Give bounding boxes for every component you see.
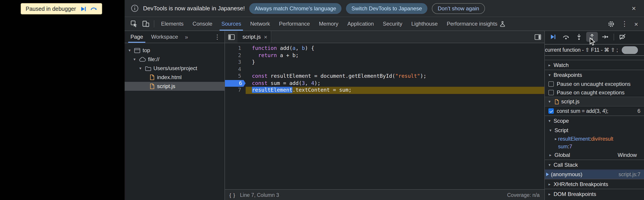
- breakpoint-checkbox[interactable]: [548, 108, 554, 114]
- dont-show-again-button[interactable]: Don’t show again: [432, 3, 485, 14]
- tab-performance[interactable]: Performance: [274, 17, 314, 30]
- tab-application[interactable]: Application: [343, 17, 378, 30]
- active-frame-marker-icon: [546, 172, 549, 176]
- tab-strip-spacer: [272, 31, 532, 43]
- resume-icon: [80, 5, 86, 12]
- tree-item-index-html[interactable]: index.html: [124, 73, 224, 82]
- tree-item-project-folder[interactable]: ▾ Users/user/project: [124, 64, 224, 73]
- step-button[interactable]: [599, 32, 611, 42]
- chevron-down-icon: ▾: [547, 118, 552, 123]
- tab-close-icon[interactable]: ×: [264, 34, 267, 40]
- always-match-language-button[interactable]: Always match Chrome's language: [249, 3, 342, 14]
- frame-name: (anonymous): [551, 171, 582, 177]
- editor-tab-script-js[interactable]: script.js ×: [238, 31, 272, 43]
- file-tree: ▾ top ▾ file:// ▾: [124, 43, 224, 200]
- tab-memory[interactable]: Memory: [314, 17, 343, 30]
- pretty-print-icon[interactable]: { }: [230, 192, 236, 198]
- devtools-menu-icon[interactable]: ⋮: [619, 20, 630, 28]
- tab-elements[interactable]: Elements: [156, 17, 188, 30]
- step-into-button[interactable]: [573, 32, 584, 42]
- step-over-button[interactable]: [560, 32, 572, 42]
- call-stack-frame[interactable]: (anonymous) script.js:7: [544, 170, 644, 179]
- checkbox-label: Pause on uncaught exceptions: [557, 81, 630, 87]
- dom-breakpoints-section-header[interactable]: ▸ DOM Breakpoints: [544, 189, 644, 199]
- pause-caught-checkbox[interactable]: [548, 90, 554, 95]
- tree-item-label: index.html: [157, 74, 182, 80]
- scope-section-header[interactable]: ▾ Scope: [544, 116, 644, 125]
- code-token: const: [252, 73, 268, 79]
- switch-to-japanese-button[interactable]: Switch DevTools to Japanese: [346, 3, 428, 14]
- code-token: resultElement = document.getElementById(: [268, 73, 395, 79]
- tab-sources[interactable]: Sources: [217, 17, 246, 30]
- tab-performance-insights[interactable]: Performance insights: [442, 17, 510, 30]
- tree-item-script-js[interactable]: script.js: [124, 82, 224, 91]
- navigator-tab-workspace[interactable]: Workspace: [147, 31, 182, 43]
- tree-item-top[interactable]: ▾ top: [124, 46, 224, 55]
- resume-script-banner-button[interactable]: [80, 5, 86, 12]
- debug-toolbar-separator: [614, 33, 614, 40]
- breakpoint-code: const sum = add(3, 4);: [557, 108, 608, 114]
- tooltip-text: Step out of current function - ⇧ F11 - ⌘…: [544, 47, 618, 53]
- line-number[interactable]: 7: [225, 87, 246, 94]
- scope-group-label: Script: [554, 127, 568, 133]
- breakpoints-section-header[interactable]: ▾ Breakpoints: [544, 70, 644, 80]
- frame-icon: [134, 47, 140, 53]
- scope-script-group[interactable]: ▾ Script: [544, 125, 644, 135]
- devtools-window: DevTools is now available in Japanese! A…: [124, 0, 644, 200]
- scope-global-group[interactable]: ▸ Global Window: [544, 150, 644, 160]
- cloud-icon: [139, 57, 146, 62]
- line-number[interactable]: 1: [225, 45, 246, 52]
- code-token: a: [292, 45, 296, 51]
- gutter: 1234567: [225, 45, 246, 189]
- notice-close-icon[interactable]: ×: [630, 4, 638, 13]
- line-number[interactable]: 2: [225, 52, 246, 59]
- deactivate-breakpoints-button[interactable]: [616, 32, 628, 42]
- chevron-down-icon: ▾: [132, 57, 137, 62]
- resume-script-button[interactable]: [547, 32, 558, 42]
- code-token: ,: [305, 80, 311, 86]
- call-stack-section-header[interactable]: ▾ Call Stack: [544, 160, 644, 170]
- breakpoint-file-label: script.js: [561, 98, 580, 105]
- navigator-menu-icon[interactable]: ⋮: [210, 31, 224, 43]
- tab-console[interactable]: Console: [188, 17, 217, 30]
- pause-uncaught-checkbox[interactable]: [548, 81, 554, 86]
- tab-lighthouse[interactable]: Lighthouse: [407, 17, 442, 30]
- device-toolbar-icon[interactable]: [140, 17, 152, 30]
- tab-security[interactable]: Security: [378, 17, 407, 30]
- toggle-debugger-sidebar-icon[interactable]: [532, 31, 544, 43]
- code-token: resultElement: [252, 87, 292, 93]
- checkbox-label: Pause on caught exceptions: [557, 89, 625, 95]
- breakpoint-file-group[interactable]: ▾ script.js: [544, 97, 644, 107]
- code-line: [246, 66, 544, 73]
- settings-gear-icon[interactable]: [605, 20, 617, 27]
- inspect-icon[interactable]: [128, 17, 140, 30]
- sources-content: Page Workspace » ⋮ ▾ top ▾: [124, 31, 644, 200]
- scope-var-resultelement[interactable]: ▸ resultElement: div#result: [544, 135, 644, 143]
- code-token: add(: [277, 45, 292, 51]
- devtools-close-icon[interactable]: ×: [632, 20, 640, 28]
- step-over-banner-button[interactable]: [90, 6, 97, 12]
- line-number[interactable]: 4: [225, 66, 246, 73]
- line-number[interactable]: 5: [225, 73, 246, 80]
- code-token: );: [420, 73, 426, 79]
- code-token: a + b;: [277, 52, 299, 58]
- watch-section-header[interactable]: ▸ Watch: [544, 60, 644, 70]
- tab-network[interactable]: Network: [246, 17, 274, 30]
- breakpoint-entry[interactable]: const sum = add(3, 4); 6: [544, 107, 644, 116]
- xhr-breakpoints-section-header[interactable]: ▸ XHR/fetch Breakpoints: [544, 179, 644, 189]
- tree-item-file-protocol[interactable]: ▾ file://: [124, 55, 224, 64]
- code-token: ,: [296, 45, 302, 51]
- tree-item-label: script.js: [157, 83, 175, 89]
- frame-location: script.js:7: [618, 172, 640, 177]
- info-icon: [131, 4, 138, 12]
- code-line: resultElement.textContent = sum;: [246, 87, 544, 94]
- cursor-position: Line 7, Column 3: [240, 192, 279, 198]
- more-tabs-icon[interactable]: »: [182, 31, 191, 43]
- editor-status-bar: { } Line 7, Column 3 Coverage: n/a: [225, 189, 544, 200]
- line-number[interactable]: 6: [225, 80, 246, 87]
- line-number[interactable]: 3: [225, 59, 246, 66]
- navigator-tab-page[interactable]: Page: [126, 31, 147, 43]
- toggle-navigator-icon[interactable]: [225, 31, 238, 43]
- screen: Paused in debugger DevTools is now avail…: [0, 0, 644, 200]
- code-token: b: [302, 45, 305, 51]
